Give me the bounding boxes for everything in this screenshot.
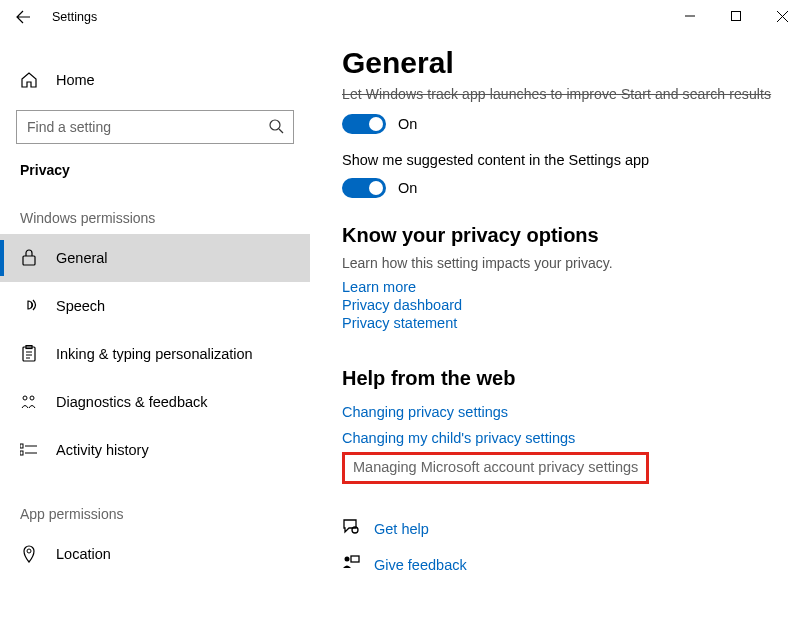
- svg-point-13: [30, 396, 34, 400]
- get-help-label: Get help: [374, 521, 429, 537]
- title-bar: Settings: [0, 0, 805, 34]
- person-chat-icon: [342, 554, 360, 576]
- minimize-icon: [685, 11, 695, 21]
- nav-item-general[interactable]: General: [0, 234, 310, 282]
- close-button[interactable]: [759, 0, 805, 32]
- close-icon: [777, 11, 788, 22]
- section-help-web: Help from the web: [342, 367, 785, 390]
- highlight-box: Managing Microsoft account privacy setti…: [342, 452, 649, 484]
- toggle-state: On: [398, 180, 417, 196]
- main-content: General Let Windows track app launches t…: [310, 34, 805, 622]
- window-title: Settings: [46, 10, 97, 24]
- link-child-privacy[interactable]: Changing my child's privacy settings: [342, 430, 785, 446]
- sidebar: Home Privacy Windows permissions General…: [0, 34, 310, 622]
- link-changing-privacy[interactable]: Changing privacy settings: [342, 404, 785, 420]
- link-managing-ms-account-privacy[interactable]: Managing Microsoft account privacy setti…: [353, 459, 638, 475]
- svg-rect-1: [732, 12, 741, 21]
- svg-rect-7: [23, 347, 35, 361]
- link-privacy-dashboard[interactable]: Privacy dashboard: [342, 297, 785, 313]
- svg-line-5: [279, 129, 283, 133]
- search-input[interactable]: [16, 110, 294, 144]
- get-help-link[interactable]: Get help: [342, 518, 785, 540]
- truncated-setting-label: Let Windows track app launches to improv…: [342, 86, 785, 102]
- toggle-track-launches[interactable]: [342, 114, 386, 134]
- toggle-suggested-content[interactable]: [342, 178, 386, 198]
- nav-item-diagnostics[interactable]: Diagnostics & feedback: [0, 378, 310, 426]
- nav-group-header-windows-permissions: Windows permissions: [0, 178, 310, 234]
- toggle-state: On: [398, 116, 417, 132]
- give-feedback-label: Give feedback: [374, 557, 467, 573]
- nav-label: Activity history: [56, 442, 149, 458]
- home-label: Home: [56, 72, 95, 88]
- home-nav[interactable]: Home: [0, 60, 310, 100]
- nav-label: General: [56, 250, 108, 266]
- feedback-icon: [20, 393, 38, 411]
- minimize-button[interactable]: [667, 0, 713, 32]
- lock-icon: [20, 249, 38, 267]
- svg-rect-15: [20, 451, 23, 455]
- arrow-left-icon: [15, 9, 31, 25]
- nav-group-header-app-permissions: App permissions: [0, 474, 310, 530]
- speech-icon: [20, 297, 38, 315]
- back-button[interactable]: [0, 0, 46, 34]
- maximize-icon: [731, 11, 741, 21]
- nav-item-inking[interactable]: Inking & typing personalization: [0, 330, 310, 378]
- home-icon: [20, 71, 38, 89]
- nav-label: Location: [56, 546, 111, 562]
- section-privacy-options: Know your privacy options: [342, 224, 785, 247]
- svg-point-18: [27, 549, 31, 553]
- location-icon: [20, 545, 38, 563]
- svg-point-20: [345, 557, 350, 562]
- nav-label: Diagnostics & feedback: [56, 394, 208, 410]
- section-privacy-desc: Learn how this setting impacts your priv…: [342, 255, 785, 271]
- maximize-button[interactable]: [713, 0, 759, 32]
- svg-point-4: [270, 120, 280, 130]
- history-bars-icon: [20, 441, 38, 459]
- setting-label-suggested-content: Show me suggested content in the Setting…: [342, 152, 785, 168]
- nav-item-location[interactable]: Location: [0, 530, 310, 578]
- svg-point-12: [23, 396, 27, 400]
- svg-rect-21: [351, 556, 359, 562]
- give-feedback-link[interactable]: Give feedback: [342, 554, 785, 576]
- nav-item-speech[interactable]: Speech: [0, 282, 310, 330]
- svg-rect-14: [20, 444, 23, 448]
- current-section-label: Privacy: [0, 144, 310, 178]
- svg-rect-6: [23, 256, 35, 265]
- clipboard-icon: [20, 345, 38, 363]
- nav-label: Inking & typing personalization: [56, 346, 253, 362]
- page-title: General: [342, 46, 785, 80]
- nav-label: Speech: [56, 298, 105, 314]
- nav-item-activity-history[interactable]: Activity history: [0, 426, 310, 474]
- chat-icon: [342, 518, 360, 540]
- link-learn-more[interactable]: Learn more: [342, 279, 785, 295]
- link-privacy-statement[interactable]: Privacy statement: [342, 315, 785, 331]
- search-icon: [268, 118, 284, 138]
